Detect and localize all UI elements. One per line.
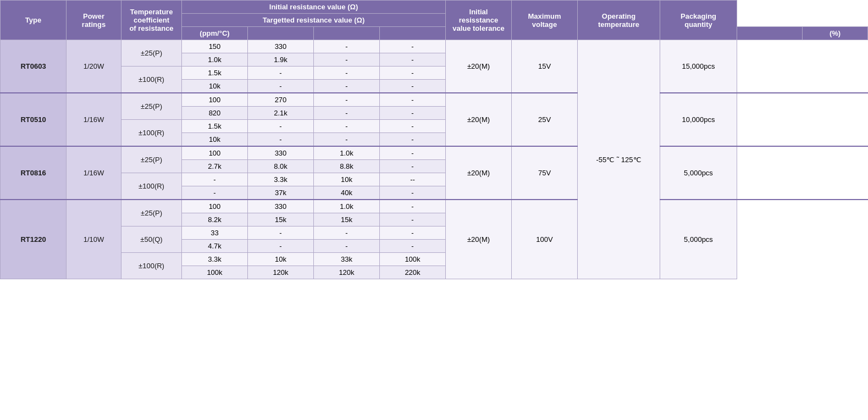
- header-temp-coeff: Temperaturecoefficientof resistance: [121, 1, 182, 40]
- resistance-cell-0: 820: [182, 107, 248, 120]
- resistance-cell-0: 8.2k: [182, 213, 248, 226]
- resistance-cell-0: 33: [182, 226, 248, 240]
- table-row: RT05101/16W±25(P)100270--±20(M)25V10,000…: [1, 93, 868, 107]
- resistance-cell-1: -: [248, 133, 314, 147]
- resistance-cell-1: 330: [248, 146, 314, 160]
- resistance-cell-0: 1.5k: [182, 67, 248, 80]
- header-r-col-0: [248, 27, 314, 40]
- resistance-cell-0: 150: [182, 40, 248, 53]
- resistance-cell-2: 33k: [314, 253, 380, 266]
- resistance-cell-3: --: [380, 173, 446, 186]
- table-row: ±100(R)1.5k---: [1, 120, 868, 133]
- resistance-cell-3: -: [380, 186, 446, 200]
- table-row: ±50(Q)33---: [1, 226, 868, 240]
- resistance-cell-2: -: [314, 107, 380, 120]
- resistance-cell-0: 100: [182, 146, 248, 160]
- resistance-cell-1: 8.0k: [248, 160, 314, 173]
- resistance-cell-1: 3.3k: [248, 173, 314, 186]
- resistance-cell-1: 10k: [248, 253, 314, 266]
- tolerance-cell: ±20(M): [446, 200, 512, 279]
- resistance-cell-0: 10k: [182, 133, 248, 147]
- temp-coeff-cell: ±25(P): [121, 146, 182, 173]
- header-op-temp: Operatingtemperature: [578, 1, 660, 40]
- resistance-cell-3: -: [380, 146, 446, 160]
- resistance-cell-3: -: [380, 213, 446, 226]
- resistance-cell-0: 100k: [182, 266, 248, 279]
- table-row: ±100(R)-3.3k10k--: [1, 173, 868, 186]
- spec-table: TypePowerratingsTemperaturecoefficientof…: [0, 0, 868, 279]
- voltage-cell: 75V: [512, 146, 578, 200]
- header-tolerance: Initialresisstancevalue tolerance: [446, 1, 512, 40]
- tolerance-cell: ±20(M): [446, 40, 512, 93]
- resistance-cell-3: -: [380, 226, 446, 240]
- pkg-cell: 15,000pcs: [660, 40, 737, 93]
- resistance-cell-2: -: [314, 226, 380, 240]
- resistance-cell-3: -: [380, 93, 446, 107]
- power-cell: 1/10W: [67, 200, 121, 279]
- header-pct-unit: (%): [803, 27, 868, 40]
- temp-coeff-cell: ±50(Q): [121, 226, 182, 253]
- resistance-cell-1: -: [248, 240, 314, 253]
- power-cell: 1/20W: [67, 40, 121, 93]
- resistance-cell-0: 100: [182, 93, 248, 107]
- power-cell: 1/16W: [67, 146, 121, 200]
- resistance-cell-3: -: [380, 67, 446, 80]
- resistance-cell-1: -: [248, 120, 314, 133]
- resistance-cell-3: -: [380, 200, 446, 213]
- voltage-cell: 100V: [512, 200, 578, 279]
- resistance-cell-2: -: [314, 40, 380, 53]
- pkg-cell: 10,000pcs: [660, 93, 737, 146]
- resistance-cell-1: 120k: [248, 266, 314, 279]
- header-r-col-1: [314, 27, 380, 40]
- op-temp-cell: -55℃ ˜ 125℃: [578, 40, 660, 279]
- temp-coeff-cell: ±100(R): [121, 173, 182, 200]
- resistance-cell-2: 120k: [314, 266, 380, 279]
- type-cell: RT0510: [1, 93, 67, 146]
- voltage-cell: 15V: [512, 40, 578, 93]
- resistance-cell-3: -: [380, 240, 446, 253]
- temp-coeff-cell: ±25(P): [121, 93, 182, 120]
- resistance-cell-0: 10k: [182, 80, 248, 93]
- resistance-cell-1: 330: [248, 200, 314, 213]
- header-power: Powerratings: [67, 1, 121, 40]
- resistance-cell-0: 3.3k: [182, 253, 248, 266]
- resistance-cell-0: 4.7k: [182, 240, 248, 253]
- resistance-cell-1: 2.1k: [248, 107, 314, 120]
- resistance-cell-1: 15k: [248, 213, 314, 226]
- resistance-cell-2: -: [314, 120, 380, 133]
- header-r-col-2: [380, 27, 446, 40]
- header-type: Type: [1, 1, 67, 40]
- table-row: ±100(R)1.5k---: [1, 67, 868, 80]
- resistance-cell-3: -: [380, 107, 446, 120]
- header-pkg-qty: Packagingquantity: [660, 1, 737, 40]
- header-r-col-3: [737, 27, 803, 40]
- header-initial-resistance: Initial resistance value (Ω): [182, 1, 446, 14]
- header-ppm-unit: (ppm/°C): [182, 27, 248, 40]
- resistance-cell-2: 15k: [314, 213, 380, 226]
- resistance-cell-3: -: [380, 80, 446, 93]
- temp-coeff-cell: ±25(P): [121, 200, 182, 226]
- resistance-cell-2: -: [314, 80, 380, 93]
- resistance-cell-3: 100k: [380, 253, 446, 266]
- resistance-cell-2: -: [314, 67, 380, 80]
- resistance-cell-0: -: [182, 186, 248, 200]
- type-cell: RT0603: [1, 40, 67, 93]
- resistance-cell-2: -: [314, 240, 380, 253]
- resistance-cell-1: 270: [248, 93, 314, 107]
- resistance-cell-2: -: [314, 53, 380, 67]
- table-row: RT12201/10W±25(P)1003301.0k-±20(M)100V5,…: [1, 200, 868, 213]
- resistance-cell-2: 40k: [314, 186, 380, 200]
- resistance-cell-3: -: [380, 160, 446, 173]
- resistance-cell-3: -: [380, 53, 446, 67]
- header-max-voltage: Maximumvoltage: [512, 1, 578, 40]
- resistance-cell-2: 1.0k: [314, 146, 380, 160]
- resistance-cell-2: 10k: [314, 173, 380, 186]
- type-cell: RT1220: [1, 200, 67, 279]
- temp-coeff-cell: ±25(P): [121, 40, 182, 67]
- tolerance-cell: ±20(M): [446, 93, 512, 146]
- resistance-cell-1: 37k: [248, 186, 314, 200]
- resistance-cell-3: -: [380, 133, 446, 147]
- resistance-cell-2: 8.8k: [314, 160, 380, 173]
- resistance-cell-1: -: [248, 80, 314, 93]
- pkg-cell: 5,000pcs: [660, 146, 737, 200]
